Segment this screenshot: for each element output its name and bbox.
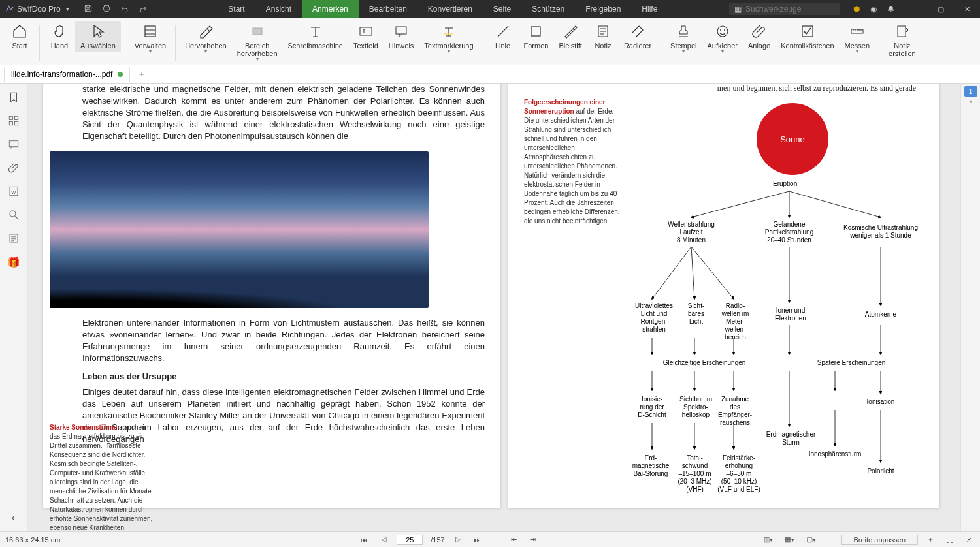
lbl-mid1: Gleichzeitige Erscheinungen — [652, 359, 757, 367]
tabbar: ilide.info-transformation-...pdf ＋ — [0, 65, 980, 84]
menu-bearbeiten[interactable]: Bearbeiten — [359, 0, 417, 18]
tool-search[interactable]: ▦ — [729, 3, 840, 15]
paperclip-icon — [751, 23, 767, 39]
svg-rect-14 — [14, 116, 18, 119]
svg-rect-5 — [531, 27, 540, 36]
ribbon-pencil[interactable]: Bleistift — [553, 21, 587, 52]
close-icon[interactable]: ✕ — [954, 0, 980, 18]
fullscreen-icon[interactable]: ⛶ — [943, 536, 956, 544]
back-view-icon[interactable]: ⇤ — [508, 535, 519, 544]
lbl-e3: Feldstärke- erhöhung –6–30 m (50–10 kHz)… — [716, 454, 762, 493]
zoom-in-icon[interactable]: ＋ — [924, 535, 937, 544]
ribbon-sticker[interactable]: Aufkleber▾ — [702, 21, 742, 56]
form-icon[interactable] — [7, 231, 21, 245]
attachments-icon[interactable] — [7, 161, 21, 175]
ribbon-textmark[interactable]: Textmarkierung▾ — [419, 21, 478, 56]
lbl-d3: Zunahme des Empfänger- rauschens — [716, 396, 754, 427]
menu-hilfe[interactable]: Hilfe — [631, 0, 668, 18]
maximize-icon[interactable]: ▢ — [928, 0, 954, 18]
thumb-page-badge[interactable]: 1 — [964, 86, 977, 97]
ribbon-line[interactable]: Linie — [487, 21, 519, 52]
menu-anmerken[interactable]: Anmerken — [302, 0, 359, 18]
svg-rect-12 — [898, 26, 906, 37]
highlighter-icon — [198, 23, 214, 39]
eraser-icon — [630, 23, 645, 39]
last-page-icon[interactable]: ⏭ — [471, 536, 483, 544]
zoom-out-icon[interactable]: − — [825, 536, 834, 544]
ribbon-createnote[interactable]: Notiz erstellen — [883, 21, 921, 60]
rail-up-icon[interactable]: ˄ — [969, 101, 973, 109]
ribbon-highlight[interactable]: Hervorheben▾ — [180, 21, 232, 56]
app-menu-dd[interactable]: ▾ — [63, 6, 69, 12]
ribbon-manage[interactable]: Verwalten▾ — [129, 21, 171, 56]
cart-icon[interactable]: ⬢ — [853, 5, 860, 14]
prev-page-icon[interactable]: ◁ — [378, 535, 389, 544]
window-controls: — ▢ ✕ — [902, 0, 980, 18]
svg-text:W: W — [11, 189, 16, 195]
comments-icon[interactable] — [7, 137, 21, 151]
ribbon-typewriter[interactable]: Schreibmaschine — [283, 21, 348, 52]
ribbon-notiz[interactable]: Notiz — [587, 21, 619, 52]
search-panel-icon[interactable] — [7, 208, 21, 222]
document-tab[interactable]: ilide.info-transformation-...pdf — [4, 67, 130, 82]
menu-seite[interactable]: Seite — [483, 0, 521, 18]
pin-icon[interactable]: 📌︎ — [962, 536, 975, 544]
pdf-viewer[interactable]: starke elektrische und magnetische Felde… — [27, 84, 960, 531]
view-mode-1-icon[interactable]: ▥▾ — [760, 535, 776, 544]
minimize-icon[interactable]: — — [902, 0, 928, 18]
undo-icon[interactable] — [120, 4, 129, 15]
ribbon-start[interactable]: Start — [4, 21, 35, 52]
thumbnails-icon[interactable] — [7, 114, 21, 128]
svg-line-26 — [691, 247, 694, 299]
user-icon[interactable]: ◉ — [870, 5, 877, 14]
ribbon-select[interactable]: Auswählen — [75, 21, 121, 52]
svg-rect-2 — [360, 27, 372, 35]
bookmark-icon[interactable] — [7, 90, 21, 104]
redo-icon[interactable] — [139, 4, 148, 15]
collapse-sidebar-icon[interactable]: ‹ — [7, 510, 21, 525]
lbl-b2: Gelandene Partikelstrahlung 20–40 Stunde… — [757, 221, 822, 244]
menu-schuetzen[interactable]: Schützen — [521, 0, 575, 18]
menu-konvertieren[interactable]: Konvertieren — [417, 0, 483, 18]
modified-dot-icon — [118, 72, 123, 77]
menu-freigeben[interactable]: Freigeben — [575, 0, 631, 18]
next-page-icon[interactable]: ▷ — [453, 535, 463, 544]
grid-icon: ▦ — [734, 5, 742, 14]
new-tab-button[interactable]: ＋ — [135, 68, 148, 81]
ribbon-checkbox[interactable]: Kontrollkästchen — [776, 21, 839, 52]
save-icon[interactable] — [84, 4, 93, 15]
main-menu: Start Ansicht Anmerken Bearbeiten Konver… — [157, 0, 729, 18]
ribbon-shapes[interactable]: Formen — [519, 21, 554, 52]
gift-icon[interactable]: 🎁 — [7, 255, 21, 269]
svg-rect-21 — [10, 234, 18, 242]
word-export-icon[interactable]: W — [7, 184, 21, 198]
svg-point-20 — [10, 211, 16, 217]
page-left: starke elektrische und magnetische Felde… — [43, 84, 500, 508]
menu-ansicht[interactable]: Ansicht — [255, 0, 302, 18]
line-icon — [495, 23, 511, 39]
ribbon-area-highlight[interactable]: Bereich hervorheben▾ — [232, 21, 283, 64]
stamp-icon — [676, 23, 691, 39]
page-input[interactable] — [397, 535, 423, 545]
ribbon-measure[interactable]: Messen▾ — [840, 21, 875, 56]
zoom-fit[interactable]: Breite anpassen — [841, 535, 919, 545]
ribbon-textbox[interactable]: Textfeld — [348, 21, 384, 52]
textbox-icon — [358, 23, 374, 39]
svg-point-9 — [724, 29, 725, 31]
first-page-icon[interactable]: ⏮ — [358, 536, 370, 544]
print-icon[interactable] — [102, 4, 111, 15]
ribbon-eraser[interactable]: Radierer — [619, 21, 657, 52]
view-mode-3-icon[interactable]: ▢▾ — [804, 535, 819, 544]
forward-view-icon[interactable]: ⇥ — [527, 535, 538, 544]
svg-rect-17 — [9, 141, 18, 147]
lbl-b3: Kosmische Ultrastrahlung weniger als 1 S… — [838, 224, 923, 240]
search-input[interactable] — [745, 5, 835, 14]
ribbon-hint[interactable]: Hinweis — [384, 21, 419, 52]
bell-icon[interactable]: 🔔︎ — [887, 5, 895, 14]
ribbon-hand[interactable]: Hand — [44, 21, 75, 52]
ribbon: Start Hand Auswählen Verwalten▾ Hervorhe… — [0, 18, 980, 65]
menu-start[interactable]: Start — [218, 0, 255, 18]
ribbon-stamp[interactable]: Stempel▾ — [665, 21, 702, 56]
view-mode-2-icon[interactable]: ▦▾ — [782, 535, 797, 544]
ribbon-attach[interactable]: Anlage — [743, 21, 776, 52]
